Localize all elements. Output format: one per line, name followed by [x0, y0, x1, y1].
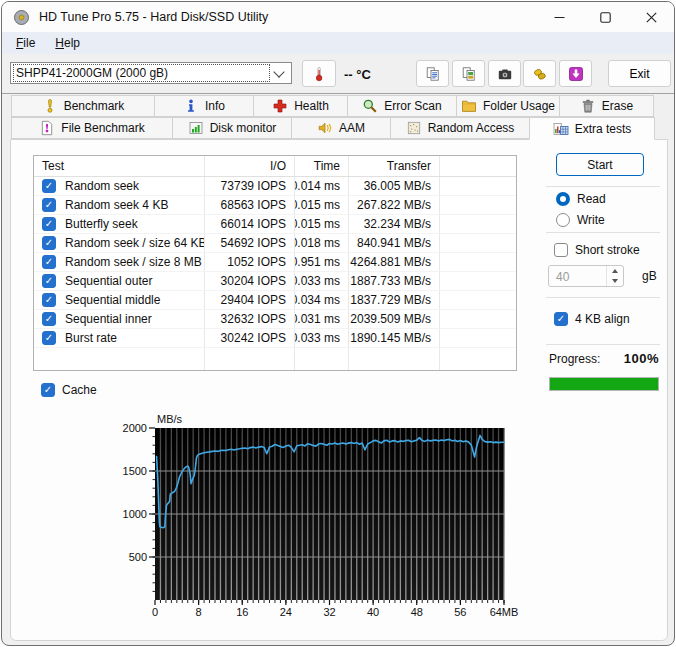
io-cell: 1052 IOPS	[205, 253, 295, 271]
read-option[interactable]: Read	[556, 192, 606, 206]
table-row: Random seek73739 IOPS0.014 ms36.005 MB/s	[34, 177, 516, 196]
test-checkbox[interactable]	[42, 236, 56, 250]
copy-image-button[interactable]	[452, 60, 485, 87]
time-cell: 0.014 ms	[295, 177, 349, 195]
hd-tune-app-icon	[13, 9, 30, 26]
close-button[interactable]	[628, 2, 674, 32]
column-header	[440, 156, 516, 176]
tab-info[interactable]: Info	[154, 95, 254, 117]
column-header: Test	[34, 156, 205, 176]
transfer-cell: 4264.881 MB/s	[349, 253, 440, 271]
copy-text-icon	[425, 66, 441, 82]
stroke-size-stepper[interactable]: 40	[548, 265, 624, 287]
stepper-down-button[interactable]	[607, 276, 623, 286]
health-icon	[272, 98, 288, 114]
temperature-value: --	[344, 67, 353, 82]
cache-option[interactable]: Cache	[41, 383, 97, 397]
write-option[interactable]: Write	[556, 213, 605, 227]
empty-cell	[440, 215, 516, 233]
test-checkbox[interactable]	[42, 312, 56, 326]
temperature-button[interactable]	[302, 60, 336, 87]
tab-folder-usage[interactable]: Folder Usage	[456, 95, 560, 117]
tab-file-benchmark[interactable]: File Benchmark	[11, 117, 173, 139]
svg-text:16: 16	[236, 606, 248, 618]
test-checkbox[interactable]	[42, 179, 56, 193]
start-button[interactable]: Start	[556, 153, 644, 176]
read-radio[interactable]	[556, 192, 570, 206]
test-checkbox[interactable]	[42, 331, 56, 345]
test-checkbox[interactable]	[42, 255, 56, 269]
tab-label: File Benchmark	[61, 121, 144, 135]
tab-disk-monitor[interactable]: Disk monitor	[172, 117, 292, 139]
svg-text:56: 56	[454, 606, 466, 618]
tab-random-access[interactable]: Random Access	[390, 117, 530, 139]
tab-label: Extra tests	[575, 122, 632, 136]
tab-erase[interactable]: Erase	[559, 95, 654, 117]
close-icon	[646, 12, 657, 23]
stepper-up-button[interactable]	[607, 266, 623, 276]
test-checkbox[interactable]	[42, 274, 56, 288]
tab-error-scan[interactable]: Error Scan	[347, 95, 457, 117]
tab-row-2: File BenchmarkDisk monitorAAMRandom Acce…	[11, 117, 659, 139]
transfer-cell: 1837.729 MB/s	[349, 291, 440, 309]
progress-value: 100%	[624, 351, 659, 366]
test-checkbox[interactable]	[42, 293, 56, 307]
progress-fill	[550, 378, 658, 390]
test-checkbox[interactable]	[42, 217, 56, 231]
arrow-down-icon	[612, 279, 618, 283]
align-option[interactable]: 4 KB align	[554, 312, 630, 326]
maximize-icon	[600, 12, 611, 23]
test-checkbox[interactable]	[42, 198, 56, 212]
svg-text:1500: 1500	[123, 465, 147, 477]
time-cell: 0.018 ms	[295, 234, 349, 252]
write-label: Write	[577, 213, 605, 227]
folder-usage-icon	[461, 98, 477, 114]
save-button[interactable]	[559, 60, 592, 87]
transfer-cell: 1890.145 MB/s	[349, 329, 440, 347]
test-label: Random seek / size 8 MB	[65, 255, 202, 269]
test-label: Random seek 4 KB	[65, 198, 168, 212]
short-stroke-checkbox[interactable]	[554, 243, 568, 257]
tab-label: Random Access	[428, 121, 515, 135]
benchmark-icon	[42, 98, 58, 114]
tab-extra-tests[interactable]: Extra tests	[529, 117, 655, 140]
transfer-cell: 36.005 MB/s	[349, 177, 440, 195]
window-title: HD Tune Pro 5.75 - Hard Disk/SSD Utility	[39, 10, 268, 24]
io-cell: 30242 IOPS	[205, 329, 295, 347]
menu-help[interactable]: Help	[49, 34, 86, 52]
copy-text-button[interactable]	[416, 60, 449, 87]
empty-cell	[440, 196, 516, 214]
empty-cell	[34, 348, 205, 370]
minimize-button[interactable]	[536, 2, 582, 32]
tab-benchmark[interactable]: Benchmark	[11, 95, 155, 117]
camera-icon	[497, 66, 513, 82]
drive-select[interactable]: SHPP41-2000GM (2000 gB)	[10, 62, 292, 84]
table-row: Sequential outer30204 IOPS0.033 ms1887.7…	[34, 272, 516, 291]
time-cell: 0.031 ms	[295, 310, 349, 328]
test-cell: Random seek	[34, 177, 205, 195]
tab-health[interactable]: Health	[253, 95, 348, 117]
transfer-cell: 267.822 MB/s	[349, 196, 440, 214]
thermometer-icon	[311, 66, 327, 82]
screenshot-button[interactable]	[488, 60, 521, 87]
arrow-up-icon	[612, 269, 618, 273]
io-cell: 29404 IOPS	[205, 291, 295, 309]
short-stroke-option[interactable]: Short stroke	[554, 243, 640, 257]
empty-cell	[440, 310, 516, 328]
transfer-cell: 2039.509 MB/s	[349, 310, 440, 328]
cache-checkbox[interactable]	[41, 383, 55, 397]
write-radio[interactable]	[556, 213, 570, 227]
io-cell: 30204 IOPS	[205, 272, 295, 290]
table-row: Random seek / size 64 KB54692 IOPS0.018 …	[34, 234, 516, 253]
tab-label: AAM	[339, 121, 365, 135]
io-cell: 32632 IOPS	[205, 310, 295, 328]
tab-aam[interactable]: AAM	[291, 117, 391, 139]
file-benchmark-icon	[39, 120, 55, 136]
divider	[546, 297, 660, 298]
exit-button[interactable]: Exit	[608, 60, 671, 87]
menu-file[interactable]: File	[10, 34, 41, 52]
align-checkbox[interactable]	[554, 312, 568, 326]
register-button[interactable]	[523, 60, 556, 87]
maximize-button[interactable]	[582, 2, 628, 32]
svg-text:1000: 1000	[123, 508, 147, 520]
